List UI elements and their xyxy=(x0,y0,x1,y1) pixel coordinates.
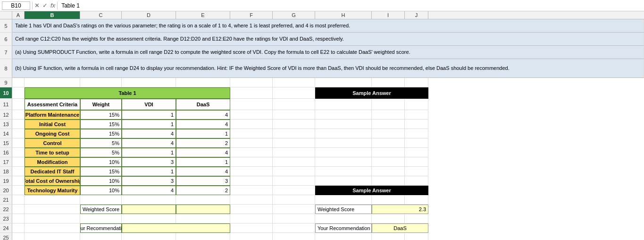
cell-9d[interactable] xyxy=(122,78,176,87)
cell-11a[interactable] xyxy=(12,99,25,110)
cell-13g[interactable] xyxy=(273,120,315,129)
cell-reference[interactable]: B10 xyxy=(2,1,30,10)
cell-11h[interactable] xyxy=(315,99,372,110)
cell-21c[interactable] xyxy=(80,195,122,205)
cell-15h[interactable] xyxy=(315,138,372,148)
cell-19h[interactable] xyxy=(315,176,372,186)
cell-21i[interactable] xyxy=(372,195,405,205)
cell-15j[interactable] xyxy=(405,138,428,148)
cell-22b[interactable] xyxy=(25,205,80,214)
cell-21f[interactable] xyxy=(230,195,273,205)
cell-10g[interactable] xyxy=(273,87,315,99)
cell-14a[interactable] xyxy=(12,129,25,138)
cell-16a[interactable] xyxy=(12,148,25,157)
confirm-icon[interactable]: ✓ xyxy=(42,2,48,9)
cell-15a[interactable] xyxy=(12,138,25,148)
cell-23h[interactable] xyxy=(315,214,372,223)
cell-25g[interactable] xyxy=(273,233,315,240)
cell-23f[interactable] xyxy=(230,214,273,223)
cell-18g[interactable] xyxy=(273,167,315,176)
cell-13j[interactable] xyxy=(405,120,428,129)
cell-16f[interactable] xyxy=(230,148,273,157)
daas-weighted-score-input[interactable] xyxy=(176,205,230,214)
cell-15g[interactable] xyxy=(273,138,315,148)
cell-17f[interactable] xyxy=(230,157,273,167)
cell-16i[interactable] xyxy=(372,148,405,157)
col-header-f[interactable]: F xyxy=(230,11,273,19)
col-header-e[interactable]: E xyxy=(176,11,230,19)
cell-23d[interactable] xyxy=(122,214,176,223)
cell-18f[interactable] xyxy=(230,167,273,176)
cell-24g[interactable] xyxy=(273,223,315,233)
cell-9i[interactable] xyxy=(372,78,405,87)
cell-22g[interactable] xyxy=(273,205,315,214)
cell-14h[interactable] xyxy=(315,129,372,138)
formula-input[interactable]: Table 1 xyxy=(59,2,642,9)
cell-17h[interactable] xyxy=(315,157,372,167)
cell-9e[interactable] xyxy=(176,78,230,87)
cell-23g[interactable] xyxy=(273,214,315,223)
cell-9a[interactable] xyxy=(12,78,25,87)
cell-23e[interactable] xyxy=(176,214,230,223)
cell-25h[interactable] xyxy=(315,233,372,240)
col-header-h[interactable]: H xyxy=(315,11,372,19)
cell-12j[interactable] xyxy=(405,110,428,120)
col-header-d[interactable]: D xyxy=(122,11,176,19)
cell-19j[interactable] xyxy=(405,176,428,186)
cell-9b[interactable] xyxy=(25,78,80,87)
cancel-icon[interactable]: ✕ xyxy=(34,2,40,9)
cell-19g[interactable] xyxy=(273,176,315,186)
cell-25i[interactable] xyxy=(372,233,405,240)
cell-20g[interactable] xyxy=(273,186,315,195)
cell-12a[interactable] xyxy=(12,110,25,120)
cell-11g[interactable] xyxy=(273,99,315,110)
col-header-b[interactable]: B xyxy=(25,11,80,19)
col-header-g[interactable]: G xyxy=(273,11,315,19)
recommendation-input[interactable] xyxy=(122,223,230,233)
cell-23j[interactable] xyxy=(405,214,428,223)
cell-10a[interactable] xyxy=(12,87,25,99)
cell-25c[interactable] xyxy=(80,233,122,240)
cell-13a[interactable] xyxy=(12,120,25,129)
cell-16j[interactable] xyxy=(405,148,428,157)
cell-9j[interactable] xyxy=(405,78,428,87)
cell-12f[interactable] xyxy=(230,110,273,120)
col-header-i[interactable]: I xyxy=(372,11,405,19)
cell-22a[interactable] xyxy=(12,205,25,214)
cell-21d[interactable] xyxy=(122,195,176,205)
cell-21j[interactable] xyxy=(405,195,428,205)
cell-24f[interactable] xyxy=(230,223,273,233)
cell-23c[interactable] xyxy=(80,214,122,223)
cell-10f[interactable] xyxy=(230,87,273,99)
cell-23i[interactable] xyxy=(372,214,405,223)
cell-17a[interactable] xyxy=(12,157,25,167)
cell-21e[interactable] xyxy=(176,195,230,205)
cell-21g[interactable] xyxy=(273,195,315,205)
cell-21a[interactable] xyxy=(12,195,25,205)
cell-23a[interactable] xyxy=(12,214,25,223)
cell-16g[interactable] xyxy=(273,148,315,157)
vdi-weighted-score-input[interactable] xyxy=(122,205,176,214)
cell-14i[interactable] xyxy=(372,129,405,138)
cell-12h[interactable] xyxy=(315,110,372,120)
cell-11i[interactable] xyxy=(372,99,405,110)
col-header-j[interactable]: J xyxy=(405,11,428,19)
col-header-c[interactable]: C xyxy=(80,11,122,19)
cell-17j[interactable] xyxy=(405,157,428,167)
cell-15f[interactable] xyxy=(230,138,273,148)
cell-13h[interactable] xyxy=(315,120,372,129)
cell-25j[interactable] xyxy=(405,233,428,240)
cell-9c[interactable] xyxy=(80,78,122,87)
cell-20a[interactable] xyxy=(12,186,25,195)
cell-20f[interactable] xyxy=(230,186,273,195)
cell-11j[interactable] xyxy=(405,99,428,110)
cell-17g[interactable] xyxy=(273,157,315,167)
cell-11f[interactable] xyxy=(230,99,273,110)
cell-21h[interactable] xyxy=(315,195,372,205)
cell-23b[interactable] xyxy=(25,214,80,223)
cell-25d[interactable] xyxy=(122,233,176,240)
cell-18h[interactable] xyxy=(315,167,372,176)
cell-25f[interactable] xyxy=(230,233,273,240)
cell-24b[interactable] xyxy=(25,223,80,233)
cell-14f[interactable] xyxy=(230,129,273,138)
